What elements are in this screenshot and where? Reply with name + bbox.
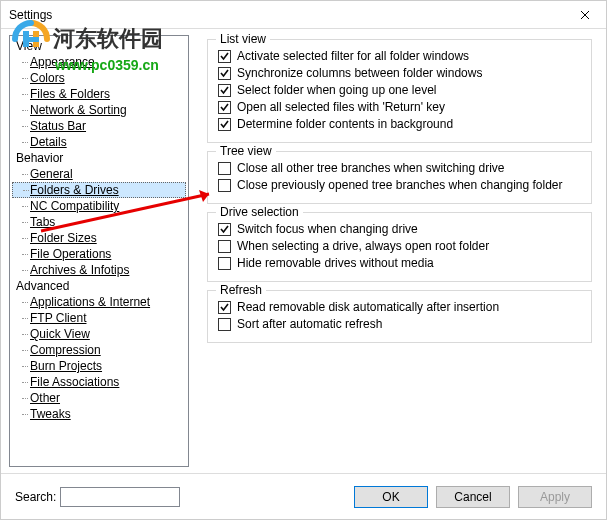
tree-item[interactable]: Files & Folders: [12, 86, 186, 102]
checkbox[interactable]: [218, 162, 231, 175]
settings-group: RefreshRead removable disk automatically…: [207, 290, 592, 343]
checkbox[interactable]: [218, 301, 231, 314]
tree-item[interactable]: Applications & Internet: [12, 294, 186, 310]
checkbox-row: Synchronize columns between folder windo…: [218, 66, 581, 80]
tree-item[interactable]: Tabs: [12, 214, 186, 230]
checkbox-label[interactable]: Close all other tree branches when switc…: [237, 161, 504, 175]
group-title: Refresh: [216, 283, 266, 297]
group-title: Drive selection: [216, 205, 303, 219]
checkbox-label[interactable]: Switch focus when changing drive: [237, 222, 418, 236]
tree-item[interactable]: Details: [12, 134, 186, 150]
checkbox[interactable]: [218, 101, 231, 114]
settings-group: Tree viewClose all other tree branches w…: [207, 151, 592, 204]
tree-item[interactable]: File Operations: [12, 246, 186, 262]
checkbox[interactable]: [218, 84, 231, 97]
tree-item[interactable]: Colors: [12, 70, 186, 86]
group-title: List view: [216, 32, 270, 46]
cancel-button[interactable]: Cancel: [436, 486, 510, 508]
checkbox-label[interactable]: When selecting a drive, always open root…: [237, 239, 489, 253]
tree-item[interactable]: Network & Sorting: [12, 102, 186, 118]
tree-item[interactable]: General: [12, 166, 186, 182]
search-input[interactable]: [60, 487, 180, 507]
tree-item[interactable]: Appearance: [12, 54, 186, 70]
tree-item[interactable]: Archives & Infotips: [12, 262, 186, 278]
checkbox[interactable]: [218, 318, 231, 331]
tree-category[interactable]: Behavior: [12, 150, 186, 166]
checkbox-row: When selecting a drive, always open root…: [218, 239, 581, 253]
tree-category[interactable]: Advanced: [12, 278, 186, 294]
checkbox-label[interactable]: Determine folder contents in background: [237, 117, 453, 131]
checkbox[interactable]: [218, 223, 231, 236]
checkbox-label[interactable]: Sort after automatic refresh: [237, 317, 382, 331]
tree-category[interactable]: View: [12, 38, 186, 54]
checkbox[interactable]: [218, 257, 231, 270]
tree-item[interactable]: NC Compatibility: [12, 198, 186, 214]
checkbox-row: Sort after automatic refresh: [218, 317, 581, 331]
checkbox[interactable]: [218, 67, 231, 80]
checkbox-label[interactable]: Read removable disk automatically after …: [237, 300, 499, 314]
settings-group: Drive selectionSwitch focus when changin…: [207, 212, 592, 282]
tree-panel: ViewAppearanceColorsFiles & FoldersNetwo…: [1, 29, 193, 473]
tree-item[interactable]: Burn Projects: [12, 358, 186, 374]
tree-item[interactable]: Compression: [12, 342, 186, 358]
checkbox-row: Select folder when going up one level: [218, 83, 581, 97]
tree-item[interactable]: Tweaks: [12, 406, 186, 422]
checkbox[interactable]: [218, 118, 231, 131]
tree-item[interactable]: Other: [12, 390, 186, 406]
settings-panel: List viewActivate selected filter for al…: [193, 29, 606, 473]
checkbox-label[interactable]: Hide removable drives without media: [237, 256, 434, 270]
tree-item[interactable]: Folder Sizes: [12, 230, 186, 246]
tree-item[interactable]: Status Bar: [12, 118, 186, 134]
checkbox[interactable]: [218, 50, 231, 63]
window-title: Settings: [1, 8, 564, 22]
category-tree[interactable]: ViewAppearanceColorsFiles & FoldersNetwo…: [9, 35, 189, 467]
ok-button[interactable]: OK: [354, 486, 428, 508]
tree-item[interactable]: FTP Client: [12, 310, 186, 326]
tree-item[interactable]: File Associations: [12, 374, 186, 390]
checkbox[interactable]: [218, 179, 231, 192]
checkbox-label[interactable]: Close previously opened tree branches wh…: [237, 178, 563, 192]
titlebar: Settings: [1, 1, 606, 29]
checkbox-label[interactable]: Select folder when going up one level: [237, 83, 436, 97]
apply-button[interactable]: Apply: [518, 486, 592, 508]
group-title: Tree view: [216, 144, 276, 158]
checkbox-row: Switch focus when changing drive: [218, 222, 581, 236]
close-icon: [580, 10, 590, 20]
checkbox-label[interactable]: Synchronize columns between folder windo…: [237, 66, 482, 80]
close-button[interactable]: [564, 1, 606, 29]
checkbox-row: Close all other tree branches when switc…: [218, 161, 581, 175]
checkbox-row: Activate selected filter for all folder …: [218, 49, 581, 63]
checkbox-row: Open all selected files with 'Return' ke…: [218, 100, 581, 114]
checkbox-row: Read removable disk automatically after …: [218, 300, 581, 314]
tree-item[interactable]: Quick View: [12, 326, 186, 342]
checkbox-label[interactable]: Open all selected files with 'Return' ke…: [237, 100, 445, 114]
checkbox-row: Close previously opened tree branches wh…: [218, 178, 581, 192]
content-area: ViewAppearanceColorsFiles & FoldersNetwo…: [1, 29, 606, 473]
checkbox-label[interactable]: Activate selected filter for all folder …: [237, 49, 469, 63]
footer: Search: OK Cancel Apply: [1, 473, 606, 519]
checkbox-row: Hide removable drives without media: [218, 256, 581, 270]
checkbox-row: Determine folder contents in background: [218, 117, 581, 131]
search-label: Search:: [15, 490, 56, 504]
tree-item[interactable]: Folders & Drives: [12, 182, 186, 198]
settings-group: List viewActivate selected filter for al…: [207, 39, 592, 143]
checkbox[interactable]: [218, 240, 231, 253]
